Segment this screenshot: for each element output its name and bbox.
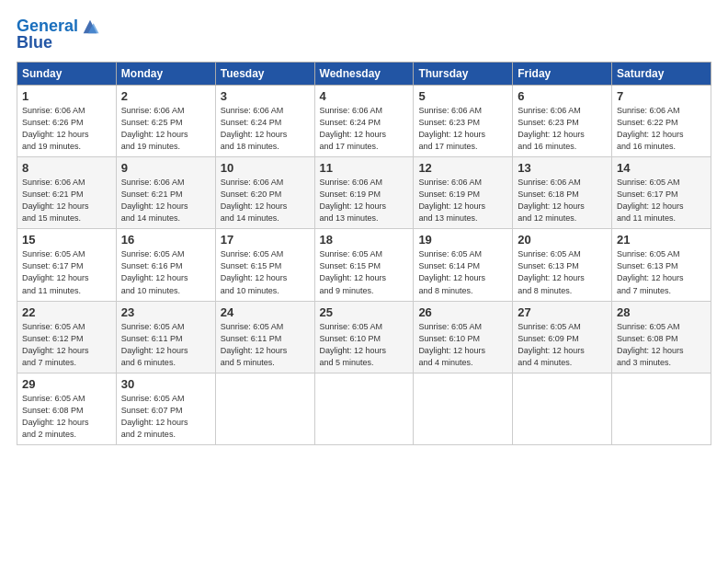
week-row-2: 8Sunrise: 6:06 AM Sunset: 6:21 PM Daylig… xyxy=(17,157,711,229)
day-cell: 7Sunrise: 6:06 AM Sunset: 6:22 PM Daylig… xyxy=(612,86,711,157)
day-number: 3 xyxy=(221,89,310,103)
logo-icon xyxy=(80,17,100,37)
day-cell: 2Sunrise: 6:06 AM Sunset: 6:25 PM Daylig… xyxy=(116,86,215,157)
week-row-1: 1Sunrise: 6:06 AM Sunset: 6:26 PM Daylig… xyxy=(17,86,711,157)
day-cell: 10Sunrise: 6:06 AM Sunset: 6:20 PM Dayli… xyxy=(215,157,314,229)
day-info: Sunrise: 6:05 AM Sunset: 6:10 PM Dayligh… xyxy=(418,321,507,369)
day-number: 26 xyxy=(418,305,507,319)
day-number: 21 xyxy=(617,233,706,247)
day-cell: 6Sunrise: 6:06 AM Sunset: 6:23 PM Daylig… xyxy=(513,86,612,157)
day-info: Sunrise: 6:05 AM Sunset: 6:08 PM Dayligh… xyxy=(617,321,706,369)
week-row-3: 15Sunrise: 6:05 AM Sunset: 6:17 PM Dayli… xyxy=(17,229,711,301)
header-wednesday: Wednesday xyxy=(314,63,414,86)
day-cell: 17Sunrise: 6:05 AM Sunset: 6:15 PM Dayli… xyxy=(215,229,314,301)
day-info: Sunrise: 6:06 AM Sunset: 6:21 PM Dayligh… xyxy=(22,177,111,224)
day-cell: 27Sunrise: 6:05 AM Sunset: 6:09 PM Dayli… xyxy=(513,301,612,373)
day-cell: 4Sunrise: 6:06 AM Sunset: 6:24 PM Daylig… xyxy=(314,86,414,157)
day-cell: 19Sunrise: 6:05 AM Sunset: 6:14 PM Dayli… xyxy=(414,229,513,301)
day-number: 19 xyxy=(418,233,507,247)
day-cell: 18Sunrise: 6:05 AM Sunset: 6:15 PM Dayli… xyxy=(314,229,414,301)
day-cell: 1Sunrise: 6:06 AM Sunset: 6:26 PM Daylig… xyxy=(17,86,117,157)
day-cell: 16Sunrise: 6:05 AM Sunset: 6:16 PM Dayli… xyxy=(116,229,215,301)
day-number: 14 xyxy=(617,161,706,175)
day-number: 20 xyxy=(518,233,607,247)
day-cell: 5Sunrise: 6:06 AM Sunset: 6:23 PM Daylig… xyxy=(414,86,513,157)
day-number: 12 xyxy=(418,161,507,175)
day-cell: 3Sunrise: 6:06 AM Sunset: 6:24 PM Daylig… xyxy=(215,86,314,157)
day-number: 1 xyxy=(22,89,111,103)
day-cell xyxy=(612,373,711,444)
day-info: Sunrise: 6:05 AM Sunset: 6:12 PM Dayligh… xyxy=(22,321,111,369)
day-cell: 8Sunrise: 6:06 AM Sunset: 6:21 PM Daylig… xyxy=(17,157,117,229)
day-cell: 21Sunrise: 6:05 AM Sunset: 6:13 PM Dayli… xyxy=(612,229,711,301)
day-cell xyxy=(314,373,414,444)
day-cell xyxy=(513,373,612,444)
header-thursday: Thursday xyxy=(414,63,513,86)
day-cell: 30Sunrise: 6:05 AM Sunset: 6:07 PM Dayli… xyxy=(116,373,215,444)
day-number: 28 xyxy=(617,305,706,319)
day-info: Sunrise: 6:06 AM Sunset: 6:21 PM Dayligh… xyxy=(121,177,210,224)
day-number: 4 xyxy=(320,89,409,103)
day-number: 29 xyxy=(22,377,111,391)
day-cell: 12Sunrise: 6:06 AM Sunset: 6:19 PM Dayli… xyxy=(414,157,513,229)
day-cell: 15Sunrise: 6:05 AM Sunset: 6:17 PM Dayli… xyxy=(17,229,117,301)
day-number: 23 xyxy=(121,305,210,319)
day-info: Sunrise: 6:05 AM Sunset: 6:17 PM Dayligh… xyxy=(617,177,706,224)
header-friday: Friday xyxy=(513,63,612,86)
day-info: Sunrise: 6:05 AM Sunset: 6:11 PM Dayligh… xyxy=(121,321,210,369)
logo: General Blue xyxy=(17,17,100,52)
day-info: Sunrise: 6:05 AM Sunset: 6:11 PM Dayligh… xyxy=(221,321,310,369)
day-info: Sunrise: 6:06 AM Sunset: 6:18 PM Dayligh… xyxy=(518,177,607,224)
day-info: Sunrise: 6:05 AM Sunset: 6:08 PM Dayligh… xyxy=(22,393,111,441)
calendar-header: SundayMondayTuesdayWednesdayThursdayFrid… xyxy=(17,63,711,86)
day-info: Sunrise: 6:05 AM Sunset: 6:10 PM Dayligh… xyxy=(320,321,409,369)
day-number: 5 xyxy=(418,89,507,103)
day-info: Sunrise: 6:05 AM Sunset: 6:13 PM Dayligh… xyxy=(617,248,706,296)
day-number: 15 xyxy=(22,233,111,247)
day-info: Sunrise: 6:05 AM Sunset: 6:09 PM Dayligh… xyxy=(518,321,607,369)
day-info: Sunrise: 6:06 AM Sunset: 6:24 PM Dayligh… xyxy=(320,105,409,153)
week-row-4: 22Sunrise: 6:05 AM Sunset: 6:12 PM Dayli… xyxy=(17,301,711,373)
day-number: 16 xyxy=(121,233,210,247)
day-number: 17 xyxy=(221,233,310,247)
header-sunday: Sunday xyxy=(17,63,117,86)
day-cell: 28Sunrise: 6:05 AM Sunset: 6:08 PM Dayli… xyxy=(612,301,711,373)
day-number: 13 xyxy=(518,161,607,175)
day-number: 11 xyxy=(320,161,409,175)
header-row: SundayMondayTuesdayWednesdayThursdayFrid… xyxy=(17,63,711,86)
day-number: 30 xyxy=(121,377,210,391)
calendar-body: 1Sunrise: 6:06 AM Sunset: 6:26 PM Daylig… xyxy=(17,86,711,445)
day-info: Sunrise: 6:06 AM Sunset: 6:19 PM Dayligh… xyxy=(320,177,409,224)
day-number: 8 xyxy=(22,161,111,175)
day-number: 2 xyxy=(121,89,210,103)
day-cell: 9Sunrise: 6:06 AM Sunset: 6:21 PM Daylig… xyxy=(116,157,215,229)
day-number: 27 xyxy=(518,305,607,319)
day-number: 6 xyxy=(518,89,607,103)
day-number: 9 xyxy=(121,161,210,175)
day-cell: 23Sunrise: 6:05 AM Sunset: 6:11 PM Dayli… xyxy=(116,301,215,373)
day-info: Sunrise: 6:05 AM Sunset: 6:14 PM Dayligh… xyxy=(418,248,507,296)
day-number: 18 xyxy=(320,233,409,247)
header-monday: Monday xyxy=(116,63,215,86)
day-info: Sunrise: 6:05 AM Sunset: 6:13 PM Dayligh… xyxy=(518,248,607,296)
day-cell xyxy=(215,373,314,444)
day-info: Sunrise: 6:06 AM Sunset: 6:24 PM Dayligh… xyxy=(221,105,310,153)
day-number: 10 xyxy=(221,161,310,175)
day-info: Sunrise: 6:06 AM Sunset: 6:20 PM Dayligh… xyxy=(221,177,310,224)
week-row-5: 29Sunrise: 6:05 AM Sunset: 6:08 PM Dayli… xyxy=(17,373,711,444)
day-number: 25 xyxy=(320,305,409,319)
day-info: Sunrise: 6:06 AM Sunset: 6:23 PM Dayligh… xyxy=(518,105,607,153)
page: General Blue SundayMondayTuesdayWednesda… xyxy=(0,0,728,563)
day-number: 7 xyxy=(617,89,706,103)
day-cell xyxy=(414,373,513,444)
day-cell: 20Sunrise: 6:05 AM Sunset: 6:13 PM Dayli… xyxy=(513,229,612,301)
day-info: Sunrise: 6:06 AM Sunset: 6:26 PM Dayligh… xyxy=(22,105,111,153)
day-number: 22 xyxy=(22,305,111,319)
day-cell: 14Sunrise: 6:05 AM Sunset: 6:17 PM Dayli… xyxy=(612,157,711,229)
day-info: Sunrise: 6:05 AM Sunset: 6:07 PM Dayligh… xyxy=(121,393,210,441)
day-cell: 25Sunrise: 6:05 AM Sunset: 6:10 PM Dayli… xyxy=(314,301,414,373)
header-saturday: Saturday xyxy=(612,63,711,86)
day-cell: 29Sunrise: 6:05 AM Sunset: 6:08 PM Dayli… xyxy=(17,373,117,444)
day-cell: 13Sunrise: 6:06 AM Sunset: 6:18 PM Dayli… xyxy=(513,157,612,229)
day-info: Sunrise: 6:05 AM Sunset: 6:17 PM Dayligh… xyxy=(22,248,111,296)
